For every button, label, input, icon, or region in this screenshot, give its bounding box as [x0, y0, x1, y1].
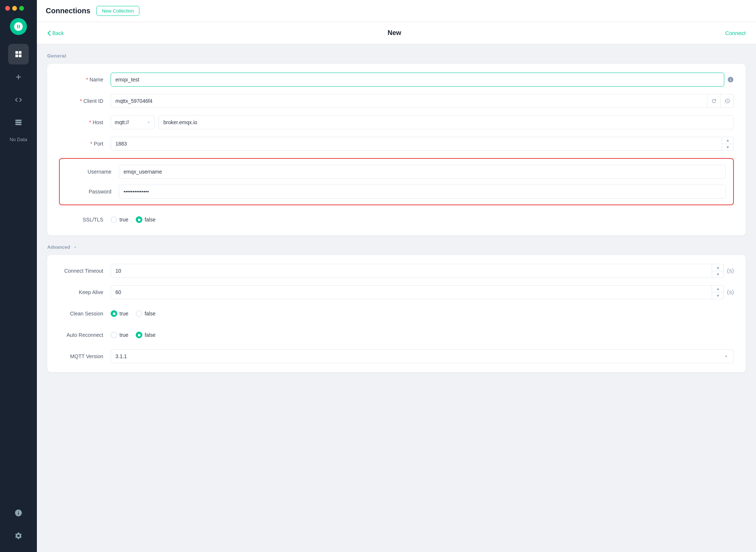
name-label: *Name [59, 77, 103, 83]
username-label: Username [67, 169, 111, 175]
panel-header: Back New Connect [37, 22, 756, 44]
keep-alive-unit: (s) [727, 289, 734, 296]
connect-timeout-unit: (s) [727, 268, 734, 274]
client-id-group [111, 94, 734, 108]
keep-alive-decrement-button[interactable]: ▼ [712, 293, 724, 299]
credentials-section: Username Password [59, 158, 734, 205]
ssl-label: SSL/TLS [59, 217, 103, 223]
sidebar-item-code[interactable] [8, 90, 29, 110]
clean-session-false-option[interactable]: false [136, 310, 156, 317]
keep-alive-row: Keep Alive ▲ ▼ (s) [59, 285, 734, 299]
connect-timeout-input[interactable] [111, 264, 712, 278]
keep-alive-increment-button[interactable]: ▲ [712, 286, 724, 293]
host-input[interactable] [159, 115, 734, 129]
connect-button[interactable]: Connect [725, 30, 746, 36]
topbar-title: Connections [46, 7, 90, 15]
keep-alive-group: ▲ ▼ [111, 285, 724, 299]
connect-timeout-spinner[interactable]: ▲ ▼ [712, 264, 724, 278]
port-row: *Port ▲ ▼ [59, 137, 734, 151]
auto-reconnect-label: Auto Reconnect [59, 332, 103, 338]
auto-reconnect-row: Auto Reconnect true false [59, 328, 734, 342]
mqtt-version-select[interactable]: 3.1.1 [111, 349, 734, 363]
password-label: Password [67, 189, 111, 195]
advanced-collapse-icon [73, 245, 77, 249]
settings-icon [14, 532, 22, 540]
history-icon [724, 98, 730, 104]
svg-rect-3 [19, 55, 21, 57]
sidebar-item-info[interactable] [8, 503, 29, 523]
back-button[interactable]: Back [47, 30, 64, 36]
port-input[interactable] [111, 137, 722, 151]
connect-timeout-group: ▲ ▼ [111, 264, 724, 278]
connect-timeout-label: Connect Timeout [59, 268, 103, 274]
name-row: *Name [59, 73, 734, 87]
host-row: *Host mqtt:// [59, 115, 734, 129]
refresh-icon [711, 98, 717, 104]
panel-title: New [64, 29, 725, 37]
close-button[interactable] [5, 6, 10, 11]
advanced-header[interactable]: Advanced [47, 244, 746, 250]
clean-session-row: Clean Session true false [59, 307, 734, 321]
ssl-false-radio[interactable] [136, 216, 142, 223]
content-area: General *Name *Client ID [37, 44, 756, 552]
mqtt-version-chevron-icon [723, 353, 729, 359]
sidebar-item-connections[interactable] [8, 44, 29, 64]
sidebar-bottom [8, 503, 29, 546]
topbar: Connections New Collection [37, 0, 756, 22]
client-id-label: *Client ID [59, 98, 103, 104]
mqtt-version-row: MQTT Version 3.1.1 [59, 349, 734, 363]
timeout-decrement-button[interactable]: ▼ [712, 271, 724, 278]
password-input[interactable] [119, 185, 726, 199]
ssl-false-option[interactable]: false [136, 216, 156, 223]
keep-alive-spinner[interactable]: ▲ ▼ [712, 285, 724, 299]
auto-reconnect-true-radio[interactable] [111, 332, 117, 338]
ssl-true-radio[interactable] [111, 216, 117, 223]
minimize-button[interactable] [12, 6, 17, 11]
connect-timeout-row: Connect Timeout ▲ ▼ (s) [59, 264, 734, 278]
refresh-client-id-button[interactable] [707, 94, 721, 108]
password-row: Password [67, 185, 726, 199]
maximize-button[interactable] [19, 6, 24, 11]
back-icon [47, 30, 51, 36]
timeout-increment-button[interactable]: ▲ [712, 264, 724, 271]
keep-alive-input[interactable] [111, 285, 712, 299]
client-id-input[interactable] [111, 94, 707, 108]
clean-session-true-radio[interactable] [111, 310, 117, 317]
history-client-id-button[interactable] [721, 94, 734, 108]
svg-rect-1 [19, 51, 21, 54]
sidebar-item-settings[interactable] [8, 525, 29, 546]
general-section-title: General [47, 53, 746, 59]
clean-session-true-option[interactable]: true [111, 310, 128, 317]
port-decrement-button[interactable]: ▼ [722, 144, 734, 151]
svg-rect-0 [15, 51, 18, 54]
clean-session-false-radio[interactable] [136, 310, 142, 317]
host-group: mqtt:// [111, 115, 734, 129]
port-increment-button[interactable]: ▲ [722, 137, 734, 144]
general-card: *Name *Client ID [47, 64, 746, 235]
username-input[interactable] [119, 165, 726, 179]
add-icon [14, 73, 22, 81]
keep-alive-label: Keep Alive [59, 289, 103, 295]
sidebar-item-data[interactable] [8, 112, 29, 133]
clean-session-label: Clean Session [59, 311, 103, 317]
name-input[interactable] [111, 73, 724, 87]
app-logo [10, 18, 27, 35]
auto-reconnect-false-radio[interactable] [136, 332, 142, 338]
host-protocol-select[interactable]: mqtt:// [111, 115, 155, 129]
ssl-true-option[interactable]: true [111, 216, 128, 223]
data-icon [14, 119, 22, 127]
sidebar-item-add[interactable] [8, 67, 29, 87]
sidebar: No Data [0, 0, 37, 552]
new-collection-button[interactable]: New Collection [96, 6, 139, 16]
auto-reconnect-false-option[interactable]: false [136, 332, 156, 338]
ssl-row: SSL/TLS true false [59, 213, 734, 227]
client-id-row: *Client ID [59, 94, 734, 108]
main-panel: Connections New Collection Back New Conn… [37, 0, 756, 552]
port-spinner[interactable]: ▲ ▼ [722, 137, 734, 151]
ssl-radio-group: true false [111, 216, 156, 223]
no-data-label: No Data [10, 137, 27, 142]
name-info-icon [727, 76, 734, 83]
username-row: Username [67, 165, 726, 179]
auto-reconnect-true-option[interactable]: true [111, 332, 128, 338]
logo-icon [13, 21, 24, 32]
